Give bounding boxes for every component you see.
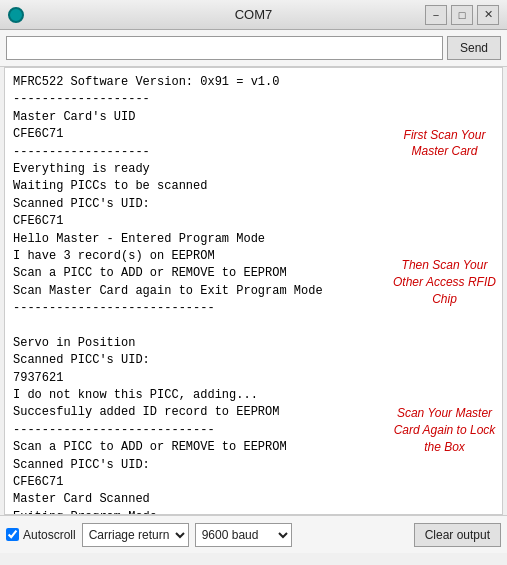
minimize-button[interactable]: − [425, 5, 447, 25]
baud-rate-select[interactable]: 300 baud1200 baud2400 baud4800 baud9600 … [195, 523, 292, 547]
input-row: Send [0, 30, 507, 67]
terminal-output[interactable]: MFRC522 Software Version: 0x91 = v1.0 --… [5, 68, 387, 514]
hint-2: Then Scan Your Other Access RFID Chip [393, 257, 496, 307]
hint-2-text: Then Scan Your Other Access RFID Chip [393, 258, 496, 306]
hint-3-text: Scan Your Master Card Again to Lock the … [394, 406, 496, 454]
hint-3: Scan Your Master Card Again to Lock the … [393, 405, 496, 455]
autoscroll-checkbox[interactable] [6, 528, 19, 541]
window-controls: − □ ✕ [425, 5, 499, 25]
bottom-bar: Autoscroll No line endingNewlineCarriage… [0, 515, 507, 553]
autoscroll-label[interactable]: Autoscroll [23, 528, 76, 542]
maximize-button[interactable]: □ [451, 5, 473, 25]
main-area: MFRC522 Software Version: 0x91 = v1.0 --… [4, 67, 503, 515]
clear-output-button[interactable]: Clear output [414, 523, 501, 547]
autoscroll-wrap: Autoscroll [6, 528, 76, 542]
send-button[interactable]: Send [447, 36, 501, 60]
sidebar-hints: First Scan Your Master Card Then Scan Yo… [387, 68, 502, 514]
line-ending-select[interactable]: No line endingNewlineCarriage returnBoth… [82, 523, 189, 547]
close-button[interactable]: ✕ [477, 5, 499, 25]
hint-1-text: First Scan Your Master Card [404, 128, 486, 159]
app-icon [8, 7, 24, 23]
title-bar: COM7 − □ ✕ [0, 0, 507, 30]
message-input[interactable] [6, 36, 443, 60]
hint-1: First Scan Your Master Card [393, 127, 496, 161]
